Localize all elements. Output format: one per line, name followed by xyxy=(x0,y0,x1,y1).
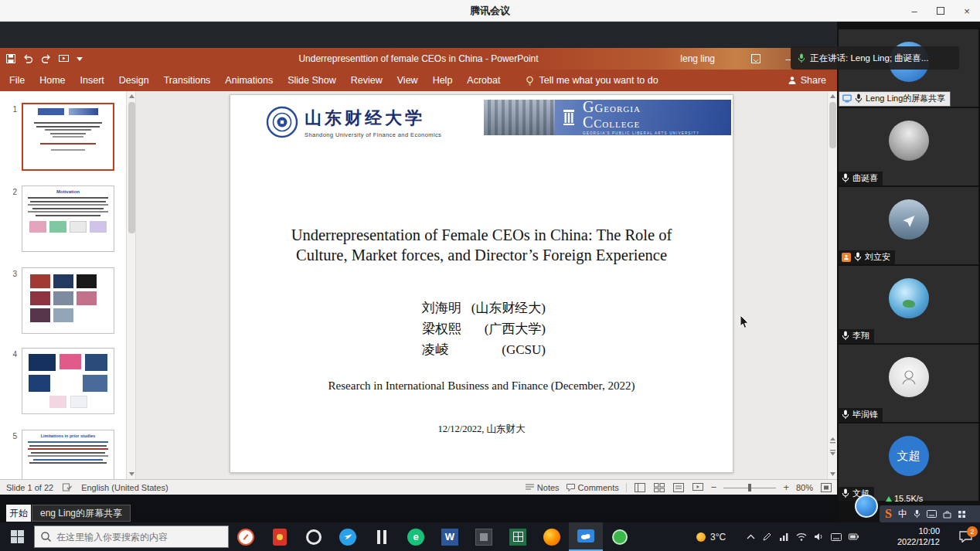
pause-bars-icon[interactable] xyxy=(365,522,399,551)
mic-icon xyxy=(842,410,849,420)
clock-app-icon[interactable] xyxy=(229,522,263,551)
thumbnail-scrollbar[interactable] xyxy=(126,91,136,479)
slide-sorter-view-icon[interactable] xyxy=(653,482,665,492)
network-bars-icon[interactable] xyxy=(779,532,789,541)
slide-thumbnail-1[interactable] xyxy=(22,103,114,171)
scroll-down-icon[interactable] xyxy=(127,469,137,479)
date-footnote: 12/12/2022, 山东财大 xyxy=(230,423,733,436)
network-stats: 15.5K/s xyxy=(886,494,923,503)
excel-icon[interactable] xyxy=(501,522,535,551)
author-affiliation: (GCSU) xyxy=(502,339,546,360)
participant-name-label: 曲诞喜 xyxy=(839,172,883,185)
grid-menu-icon[interactable] xyxy=(958,510,966,519)
tencent-meeting-taskbar-icon[interactable] xyxy=(569,522,603,551)
taskbar-clock[interactable]: 10:00 2022/12/12 xyxy=(889,525,940,547)
maximize-button[interactable] xyxy=(927,0,954,22)
tab-help[interactable]: Help xyxy=(433,75,453,86)
zoom-level[interactable]: 80% xyxy=(796,483,813,492)
tab-review[interactable]: Review xyxy=(351,75,383,86)
share-button[interactable]: Share xyxy=(788,70,826,91)
current-slide[interactable]: 山东财经大学 Shandong University of Finance an… xyxy=(230,94,733,473)
normal-view-icon[interactable] xyxy=(634,482,646,492)
dingtalk-icon[interactable] xyxy=(331,522,365,551)
action-center-button[interactable]: 2 xyxy=(951,522,980,551)
green-dot-icon[interactable] xyxy=(603,522,637,551)
thumb1-preview xyxy=(23,104,113,151)
person-icon xyxy=(788,76,797,85)
tab-slide-show[interactable]: Slide Show xyxy=(288,75,336,86)
tab-acrobat[interactable]: Acrobat xyxy=(467,75,500,86)
speaker-icon[interactable] xyxy=(814,532,824,541)
fit-to-window-icon[interactable] xyxy=(820,482,832,492)
start-from-beginning-icon[interactable] xyxy=(59,55,69,63)
tab-file[interactable]: File xyxy=(9,75,25,86)
qat-customize-caret-icon[interactable] xyxy=(77,57,83,61)
keyboard-icon[interactable] xyxy=(927,510,937,518)
comments-button[interactable]: Comments xyxy=(567,483,619,492)
floating-assistant-icon[interactable] xyxy=(855,495,878,518)
pen-icon[interactable] xyxy=(762,532,772,542)
mic-icon[interactable] xyxy=(914,509,920,519)
tab-insert[interactable]: Insert xyxy=(80,75,104,86)
start-button[interactable] xyxy=(0,522,34,551)
author-row: 刘海明 (山东财经大) xyxy=(422,298,546,318)
scroll-up-icon[interactable] xyxy=(828,91,837,101)
participant-tile[interactable]: 毕润锋 xyxy=(839,345,978,422)
zoom-in-button[interactable]: + xyxy=(783,481,789,493)
share-label: Share xyxy=(801,75,826,86)
taskbar-search[interactable] xyxy=(34,525,229,548)
main-scrollbar[interactable] xyxy=(827,91,837,479)
touch-keyboard-icon[interactable] xyxy=(831,533,842,541)
participant-name-label: 毕润锋 xyxy=(839,408,883,422)
slide-thumbnail-4[interactable] xyxy=(22,348,114,414)
redo-icon[interactable] xyxy=(41,54,51,63)
scroll-up-icon[interactable] xyxy=(127,91,137,101)
tab-design[interactable]: Design xyxy=(119,75,149,86)
wifi-icon[interactable] xyxy=(796,532,807,541)
close-button[interactable]: × xyxy=(954,0,980,22)
undo-icon[interactable] xyxy=(23,54,33,63)
input-language-indicator[interactable]: 中 xyxy=(898,508,907,521)
hidden-icons-chevron[interactable] xyxy=(747,534,755,539)
minimize-button[interactable]: – xyxy=(901,0,927,22)
next-slide-icon[interactable] xyxy=(828,447,837,457)
tell-me-label: Tell me what you want to do xyxy=(539,75,658,86)
save-icon[interactable] xyxy=(6,54,15,63)
notes-button[interactable]: Notes xyxy=(526,483,560,492)
red-app-icon[interactable] xyxy=(263,522,297,551)
participant-tile[interactable]: 李翔 xyxy=(839,266,978,343)
green-app-icon[interactable]: e xyxy=(399,522,433,551)
reading-view-icon[interactable] xyxy=(672,482,685,492)
zoom-out-button[interactable]: − xyxy=(711,481,717,493)
participant-tile[interactable]: 刘立安 xyxy=(839,187,978,264)
word-icon[interactable]: W xyxy=(433,522,467,551)
slide-thumbnail-5[interactable]: Limitations in prior studies xyxy=(22,430,114,479)
battery-icon[interactable] xyxy=(849,533,859,540)
taskbar-weather[interactable]: 3°C xyxy=(690,522,732,551)
thumbnail-scroll-thumb[interactable] xyxy=(128,102,135,233)
participant-tile[interactable]: 曲诞喜 xyxy=(839,108,978,185)
language-indicator[interactable]: English (United States) xyxy=(81,483,168,492)
search-input[interactable] xyxy=(56,532,215,542)
slide-thumbnail-2[interactable]: Motivation xyxy=(22,185,114,252)
previous-slide-icon[interactable] xyxy=(828,435,837,445)
spell-check-icon[interactable] xyxy=(63,483,72,491)
browser-ring-icon[interactable] xyxy=(297,522,331,551)
tab-view[interactable]: View xyxy=(397,75,418,86)
tell-me-box[interactable]: Tell me what you want to do xyxy=(526,75,658,86)
ribbon-display-options-icon[interactable] xyxy=(740,48,772,70)
slide-thumbnail-3[interactable] xyxy=(22,267,114,334)
tab-home[interactable]: Home xyxy=(39,75,65,86)
firefox-icon[interactable] xyxy=(535,522,569,551)
sogou-logo-icon[interactable]: S xyxy=(885,507,892,521)
slideshow-view-icon[interactable] xyxy=(692,482,704,492)
toolbox-icon[interactable] xyxy=(943,510,951,519)
main-scroll-thumb[interactable] xyxy=(829,102,836,148)
participant-tile[interactable]: 文超 文超 xyxy=(839,423,978,501)
scroll-down-icon[interactable] xyxy=(828,469,837,479)
tab-animations[interactable]: Animations xyxy=(225,75,273,86)
tab-transitions[interactable]: Transitions xyxy=(164,75,211,86)
zoom-slider[interactable] xyxy=(723,483,776,492)
thumb2-preview: Motivation xyxy=(22,186,114,233)
dark-app-icon[interactable] xyxy=(467,522,501,551)
